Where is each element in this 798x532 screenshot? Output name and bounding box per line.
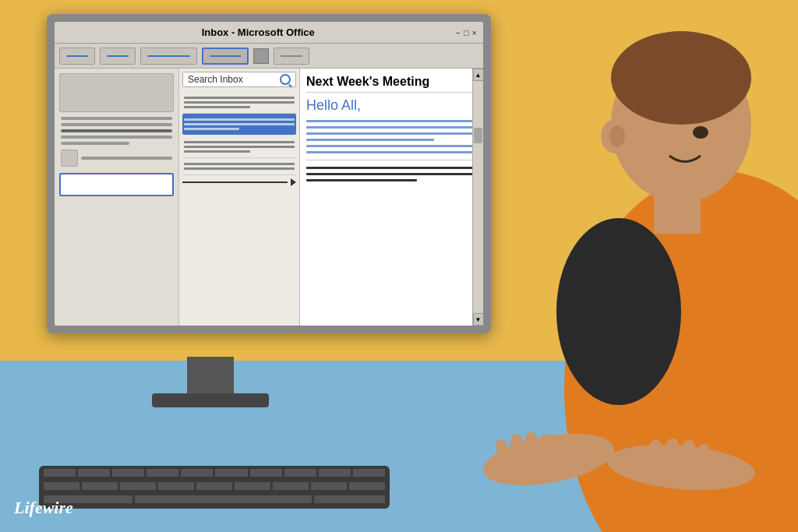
toolbar-square-icon	[253, 48, 269, 64]
key[interactable]	[78, 469, 110, 477]
keyboard-row-1	[39, 466, 390, 477]
email-item-1[interactable]	[182, 92, 296, 114]
key[interactable]	[196, 482, 232, 490]
key[interactable]	[158, 482, 194, 490]
email-item-3[interactable]	[182, 158, 296, 175]
key[interactable]	[353, 469, 385, 477]
sidebar-line-1	[61, 117, 172, 120]
key[interactable]	[120, 482, 156, 490]
sidebar	[55, 69, 179, 326]
svg-rect-15	[650, 440, 662, 466]
sidebar-compose-area[interactable]	[59, 173, 174, 196]
sidebar-line-2	[61, 123, 172, 126]
monitor-stand	[187, 357, 234, 396]
svg-rect-14	[634, 445, 648, 469]
svg-rect-12	[525, 432, 537, 458]
key[interactable]	[284, 469, 316, 477]
svg-point-5	[693, 126, 708, 139]
svg-point-2	[611, 31, 751, 125]
search-icon	[280, 74, 291, 85]
sidebar-nav-btn-1[interactable]	[61, 150, 78, 167]
key-right[interactable]	[314, 495, 385, 503]
svg-rect-16	[666, 439, 679, 466]
email-item-2[interactable]	[182, 136, 296, 158]
key[interactable]	[349, 482, 385, 490]
toolbar-button-3[interactable]	[140, 48, 197, 65]
toolbar-button-1[interactable]	[59, 48, 95, 65]
sidebar-line-3	[61, 129, 172, 132]
key[interactable]	[273, 482, 309, 490]
key[interactable]	[44, 469, 76, 477]
sidebar-nav	[61, 150, 172, 167]
monitor-base	[152, 393, 269, 407]
key[interactable]	[250, 469, 282, 477]
key[interactable]	[44, 482, 79, 490]
sidebar-nav-line	[81, 157, 172, 160]
sidebar-folder	[59, 73, 174, 112]
search-box[interactable]: Search Inbox	[182, 72, 296, 87]
key[interactable]	[215, 469, 247, 477]
key[interactable]	[235, 482, 270, 490]
email-arrow-row	[182, 178, 296, 186]
key[interactable]	[311, 482, 347, 490]
key[interactable]	[319, 469, 351, 477]
key[interactable]	[112, 469, 144, 477]
sidebar-line-4	[61, 136, 172, 139]
lifewire-logo: Lifewire	[14, 498, 73, 518]
email-list-panel: Search Inbox	[179, 69, 300, 326]
email-item-selected[interactable]	[182, 114, 296, 135]
toolbar-button-5[interactable]	[274, 48, 309, 65]
person-illustration	[393, 0, 798, 532]
keyboard[interactable]	[39, 466, 390, 509]
key[interactable]	[181, 469, 213, 477]
search-input-label: Search Inbox	[188, 74, 280, 85]
key[interactable]	[82, 482, 118, 490]
sidebar-line-5	[61, 142, 129, 145]
toolbar-button-4[interactable]	[202, 48, 249, 65]
svg-rect-13	[538, 433, 553, 459]
svg-point-4	[556, 218, 681, 405]
keyboard-row-2	[39, 479, 390, 490]
toolbar-button-2[interactable]	[100, 48, 136, 65]
svg-point-7	[609, 125, 625, 147]
keyboard-row-3	[39, 492, 390, 503]
key[interactable]	[147, 469, 178, 477]
key-space-center[interactable]	[135, 495, 312, 503]
svg-rect-3	[654, 187, 701, 234]
